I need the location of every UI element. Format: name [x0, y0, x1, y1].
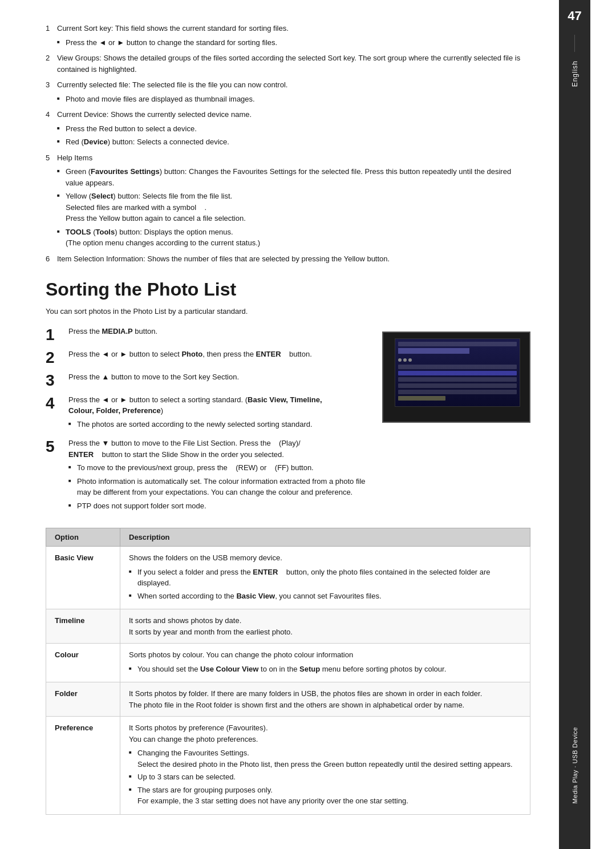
table-header-description: Description — [120, 528, 530, 547]
desc-folder: It Sorts photos by folder. If there are … — [120, 682, 530, 717]
table-row-colour: Colour Sorts photos by colour. You can c… — [46, 644, 530, 682]
tv-screen — [395, 338, 520, 407]
tv-image-area — [382, 331, 530, 520]
step-5: 5 Press the ▼ button to move to the File… — [46, 438, 371, 514]
desc-basic-view: Shows the folders on the USB memory devi… — [120, 547, 530, 609]
option-preference: Preference — [46, 717, 120, 815]
desc-colour: Sorts photos by colour. You can change t… — [120, 644, 530, 682]
table-row-folder: Folder It Sorts photos by folder. If the… — [46, 682, 530, 717]
option-basic-view: Basic View — [46, 547, 120, 609]
option-colour: Colour — [46, 644, 120, 682]
intro-item-4: 4 Current Device: Shows the currently se… — [46, 109, 530, 148]
section-title: Sorting the Photo List — [46, 278, 530, 300]
steps-left: 1 Press the MEDIA.P button. 2 Press the … — [46, 326, 371, 520]
intro-list: 1 Current Sort key: This field shows the… — [46, 23, 530, 264]
desc-timeline: It sorts and shows photos by date. It so… — [120, 609, 530, 644]
intro-item-3: 3 Currently selected file: The selected … — [46, 79, 530, 104]
intro-item-6: 6 Item Selection Information: Shows the … — [46, 253, 530, 265]
page-number: 47 — [565, 6, 584, 26]
step-2: 2 Press the ◄ or ► button to select Phot… — [46, 349, 371, 366]
option-timeline: Timeline — [46, 609, 120, 644]
table-row-preference: Preference It Sorts photos by preference… — [46, 717, 530, 815]
table-row-basic-view: Basic View Shows the folders on the USB … — [46, 547, 530, 609]
intro-item-1: 1 Current Sort key: This field shows the… — [46, 23, 530, 48]
desc-preference: It Sorts photos by preference (Favourite… — [120, 717, 530, 815]
main-content: 1 Current Sort key: This field shows the… — [0, 0, 559, 849]
steps-area: 1 Press the MEDIA.P button. 2 Press the … — [46, 326, 530, 520]
media-label: Media Play · USB Device — [572, 727, 578, 803]
step-1: 1 Press the MEDIA.P button. — [46, 326, 371, 343]
step-4: 4 Press the ◄ or ► button to select a so… — [46, 394, 371, 432]
table-header-option: Option — [46, 528, 120, 547]
sidebar-divider — [574, 35, 575, 52]
option-folder: Folder — [46, 682, 120, 717]
page-container: 1 Current Sort key: This field shows the… — [0, 0, 616, 849]
intro-item-5: 5 Help Items Green (Favourites Settings)… — [46, 152, 530, 249]
language-label: English — [571, 60, 579, 87]
table-row-timeline: Timeline It sorts and shows photos by da… — [46, 609, 530, 644]
sidebar: 47 English Media Play · USB Device — [559, 0, 590, 849]
section-intro: You can sort photos in the Photo List by… — [46, 306, 530, 317]
intro-item-2: 2 View Groups: Shows the detailed groups… — [46, 52, 530, 75]
step-3: 3 Press the ▲ button to move to the Sort… — [46, 371, 371, 389]
option-table: Option Description Basic View Shows the … — [46, 528, 530, 815]
tv-image — [382, 331, 530, 423]
